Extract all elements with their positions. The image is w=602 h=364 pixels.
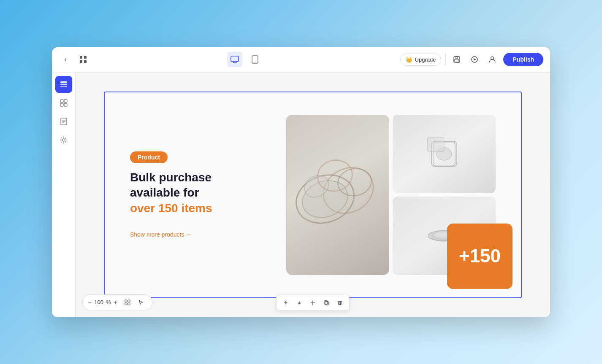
svg-rect-43 [128,300,130,302]
headline: Bulk purchase available for over 150 ite… [130,170,274,216]
move-down-button[interactable] [293,297,305,309]
svg-rect-0 [80,56,82,59]
toolbar: ‹ [52,47,550,73]
sidebar-item-components[interactable] [55,94,72,111]
toolbar-right: 👑 Upgrade [400,53,543,66]
upgrade-label: Upgrade [415,57,436,63]
svg-rect-3 [84,60,87,63]
svg-rect-16 [60,81,67,83]
upgrade-button[interactable]: 👑 Upgrade [400,54,442,66]
toolbar-center [95,52,395,67]
sidebar-item-pages[interactable] [55,113,72,130]
svg-rect-45 [128,303,130,305]
zoom-percent: % [106,299,111,305]
counter-text: +150 [459,245,501,267]
show-more-link[interactable]: Show more products → [130,231,274,238]
desktop-view-button[interactable] [227,52,242,67]
preview-button[interactable] [468,53,481,66]
svg-rect-42 [125,300,127,302]
zoom-out-button[interactable]: − [88,299,92,306]
view-mode-buttons [122,297,147,308]
divider [445,54,446,65]
svg-rect-20 [64,100,67,102]
browser-window: ‹ [52,47,550,317]
svg-rect-19 [60,100,63,102]
canvas-wrapper: Product Bulk purchase available for over… [104,92,522,298]
svg-rect-4 [231,56,239,62]
user-button[interactable] [485,53,499,66]
sidebar-item-settings[interactable] [55,132,72,148]
svg-rect-12 [455,59,459,62]
svg-rect-17 [60,84,67,85]
svg-point-9 [255,62,255,63]
svg-rect-2 [80,60,82,63]
delete-section-button[interactable] [334,297,346,309]
svg-rect-22 [64,103,67,106]
zoom-controls: − 100 % + [82,294,152,310]
move-up-button[interactable] [280,297,292,309]
product-image-glasses-small [393,115,496,193]
publish-button[interactable]: Publish [503,53,543,66]
sidebar-item-layers[interactable] [55,76,72,93]
zoom-value: 100 [94,299,103,305]
headline-accent: over 150 items [130,202,212,215]
counter-tile: +150 [447,224,513,289]
zoom-in-button[interactable]: + [114,299,117,306]
svg-marker-14 [474,58,476,61]
svg-point-27 [62,139,65,141]
grid-button[interactable] [76,53,90,66]
svg-rect-40 [325,302,328,305]
canvas-area: ‹ › Product Bulk purchase available for … [76,73,550,317]
toolbar-left: ‹ [59,53,90,66]
page-canvas[interactable]: Product Bulk purchase available for over… [104,92,522,298]
save-button[interactable] [450,53,464,66]
headline-line2: available for [130,186,199,199]
svg-rect-44 [125,303,127,305]
text-side: Product Bulk purchase available for over… [130,151,274,238]
main-area: ‹ › Product Bulk purchase available for … [52,73,550,317]
svg-rect-1 [84,56,87,59]
svg-point-29 [297,174,353,224]
svg-rect-18 [60,86,67,87]
duplicate-section-button[interactable] [320,297,332,309]
back-button[interactable]: ‹ [59,53,72,66]
headline-line1: Bulk purchase [130,171,212,184]
product-badge: Product [130,151,168,163]
product-image-glasses-main [286,115,389,275]
sidebar [52,73,76,317]
crown-icon: 👑 [406,57,412,63]
mobile-view-button[interactable] [247,52,263,67]
svg-rect-21 [60,103,63,106]
grid-view-button[interactable] [122,297,133,308]
svg-rect-34 [427,137,444,152]
bottom-toolbar [276,295,350,311]
svg-rect-41 [324,301,328,304]
cursor-tool-button[interactable] [135,297,147,308]
add-section-button[interactable] [307,297,319,309]
